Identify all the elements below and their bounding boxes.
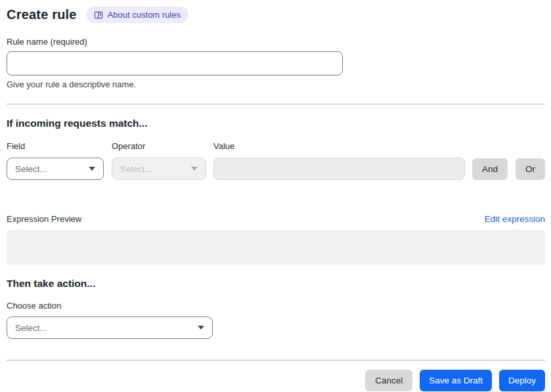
field-select-placeholder: Select... xyxy=(15,164,47,174)
action-select-placeholder: Select... xyxy=(15,323,47,333)
deploy-button[interactable]: Deploy xyxy=(499,370,545,391)
value-column: Value xyxy=(213,141,465,180)
or-button[interactable]: Or xyxy=(516,158,545,180)
and-or-buttons: And Or xyxy=(472,158,545,180)
operator-label: Operator xyxy=(112,141,213,151)
footer-actions: Cancel Save as Draft Deploy xyxy=(7,370,545,391)
chevron-down-icon xyxy=(89,167,95,171)
page-title: Create rule xyxy=(7,7,77,22)
divider xyxy=(7,360,545,360)
field-label: Field xyxy=(7,141,112,151)
operator-column: Operator Select... xyxy=(112,141,213,180)
cancel-button[interactable]: Cancel xyxy=(365,370,412,391)
choose-action-select[interactable]: Select... xyxy=(7,316,213,339)
rule-name-helper: Give your rule a descriptive name. xyxy=(7,79,545,89)
chevron-down-icon xyxy=(198,326,204,330)
rule-name-label: Rule name (required) xyxy=(7,37,545,47)
about-custom-rules-badge[interactable]: About custom rules xyxy=(86,7,188,23)
action-section-heading: Then take action... xyxy=(7,278,545,290)
and-button[interactable]: And xyxy=(472,158,508,180)
field-select[interactable]: Select... xyxy=(7,158,104,180)
value-input xyxy=(213,158,465,180)
match-section-heading: If incoming requests match... xyxy=(7,118,545,129)
operator-select: Select... xyxy=(112,158,206,180)
choose-action-label: Choose action xyxy=(7,301,545,311)
action-select-wrap: Select... xyxy=(7,316,545,339)
rule-name-block: Rule name (required) Give your rule a de… xyxy=(7,37,545,89)
divider xyxy=(7,104,545,104)
operator-select-placeholder: Select... xyxy=(120,164,152,174)
expression-preview-label: Expression Preview xyxy=(7,214,81,224)
chevron-down-icon xyxy=(191,167,198,171)
edit-expression-link[interactable]: Edit expression xyxy=(485,214,545,224)
match-row: Field Select... Operator Select... Value… xyxy=(7,141,545,180)
create-rule-form: Create rule About custom rules Rule name… xyxy=(0,0,551,391)
value-label: Value xyxy=(213,141,465,151)
field-column: Field Select... xyxy=(7,141,112,180)
save-as-draft-button[interactable]: Save as Draft xyxy=(420,370,492,391)
badge-label: About custom rules xyxy=(108,10,181,20)
expression-preview-box xyxy=(7,230,545,265)
expression-preview-row: Expression Preview Edit expression xyxy=(7,214,545,224)
header: Create rule About custom rules xyxy=(7,7,545,23)
book-icon xyxy=(94,11,103,20)
rule-name-input[interactable] xyxy=(7,51,343,76)
